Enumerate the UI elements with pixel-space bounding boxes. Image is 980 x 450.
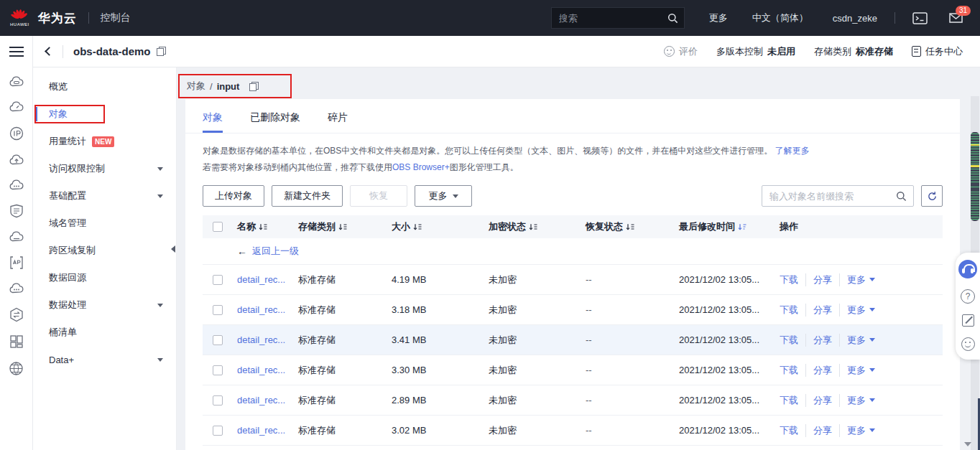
tab-fragments[interactable]: 碎片 <box>328 111 348 133</box>
select-all-checkbox[interactable] <box>213 222 223 232</box>
satisfaction-icon[interactable] <box>961 337 975 351</box>
cloud-server-icon[interactable] <box>9 75 24 88</box>
cloud-upload-icon[interactable] <box>9 154 24 167</box>
cloud-dots-icon[interactable] <box>9 179 24 192</box>
row-checkbox[interactable] <box>213 395 223 406</box>
language-selector[interactable]: 中文（简体） <box>752 11 808 24</box>
help-icon[interactable]: ? <box>961 289 975 304</box>
object-search-input[interactable] <box>762 191 913 202</box>
more-button[interactable]: 更多 <box>415 185 472 207</box>
hamburger-icon[interactable] <box>9 47 24 57</box>
feedback-link[interactable]: 评价 <box>664 45 698 58</box>
sidebar-item-usage-stats[interactable]: 用量统计 NEW <box>33 128 176 155</box>
globe-icon[interactable] <box>9 361 24 376</box>
tab-deleted-objects[interactable]: 已删除对象 <box>250 111 300 133</box>
versioning-status[interactable]: 多版本控制 未启用 <box>716 45 795 58</box>
tab-objects[interactable]: 对象 <box>203 111 223 133</box>
back-icon[interactable] <box>45 47 54 56</box>
global-search-input[interactable] <box>552 13 684 24</box>
share-link[interactable]: 分享 <box>805 364 839 377</box>
back-to-parent-link[interactable]: 返回上一级 <box>252 245 299 258</box>
download-link[interactable]: 下载 <box>780 334 805 347</box>
console-link[interactable]: 控制台 <box>101 11 131 24</box>
sort-icon[interactable] <box>529 223 537 231</box>
task-center-link[interactable]: 任务中心 <box>912 45 963 58</box>
download-link[interactable]: 下载 <box>780 273 805 286</box>
refresh-button[interactable] <box>921 185 943 207</box>
cloud-gauge-icon[interactable] <box>9 100 24 113</box>
scroll-down-icon[interactable] <box>964 442 971 446</box>
obs-browser-link[interactable]: OBS Browser+ <box>392 162 450 172</box>
row-checkbox[interactable] <box>213 335 223 345</box>
sidebar-item-data-processing[interactable]: 数据处理 <box>33 291 176 319</box>
sidebar-item-overview[interactable]: 概览 <box>33 73 176 100</box>
share-link[interactable]: 分享 <box>805 394 839 407</box>
copy-icon[interactable] <box>157 47 166 56</box>
breadcrumb-root[interactable]: 对象 <box>187 80 205 93</box>
row-more-link[interactable]: 更多 <box>839 304 882 317</box>
account-menu[interactable]: csdn_zeke <box>833 13 877 24</box>
download-link[interactable]: 下载 <box>780 364 805 377</box>
row-more-link[interactable]: 更多 <box>839 273 882 286</box>
object-name-link[interactable]: detail_rec... <box>237 365 285 375</box>
row-more-link[interactable]: 更多 <box>839 394 882 407</box>
learn-more-link[interactable]: 了解更多 <box>775 146 810 156</box>
sort-icon[interactable] <box>626 223 634 231</box>
download-link[interactable]: 下载 <box>780 304 805 317</box>
new-folder-button[interactable]: 新建文件夹 <box>272 185 343 207</box>
share-link[interactable]: 分享 <box>805 273 839 286</box>
sidebar-item-domain-mgmt[interactable]: 域名管理 <box>33 210 176 237</box>
row-more-link[interactable]: 更多 <box>839 334 882 347</box>
sort-icon[interactable] <box>259 223 267 231</box>
share-link[interactable]: 分享 <box>805 424 839 437</box>
object-name-link[interactable]: detail_rec... <box>237 334 285 345</box>
sidebar-item-objects[interactable]: 对象 <box>33 100 176 128</box>
back-to-parent-row[interactable]: ← 返回上一级 <box>203 238 943 265</box>
sidebar-item-bucket-inventory[interactable]: 桶清单 <box>33 319 176 346</box>
sidebar-item-access-control[interactable]: 访问权限控制 <box>33 155 176 182</box>
row-checkbox[interactable] <box>213 305 223 315</box>
object-name-link[interactable]: detail_rec... <box>237 274 285 285</box>
brand-name[interactable]: 华为云 <box>38 10 77 27</box>
sort-icon[interactable] <box>338 223 347 231</box>
row-more-link[interactable]: 更多 <box>839 424 882 437</box>
search-icon[interactable] <box>896 191 907 202</box>
download-link[interactable]: 下载 <box>780 394 805 407</box>
grid-icon[interactable] <box>9 334 24 349</box>
row-checkbox[interactable] <box>213 275 223 285</box>
ip-icon[interactable] <box>9 126 24 141</box>
support-headset-icon[interactable] <box>958 260 977 278</box>
sidebar-item-basic-config[interactable]: 基础配置 <box>33 182 176 210</box>
sort-icon-active[interactable] <box>738 223 746 231</box>
cli-icon[interactable] <box>912 12 928 24</box>
row-checkbox[interactable] <box>213 365 223 375</box>
scrollbar-thumb[interactable] <box>971 132 979 221</box>
search-icon[interactable] <box>667 13 678 24</box>
sidebar-collapse-button[interactable] <box>169 238 177 260</box>
hexagon-swap-icon[interactable] <box>9 307 24 322</box>
object-name-link[interactable]: detail_rec... <box>237 425 285 436</box>
sidebar-item-back-to-source[interactable]: 数据回源 <box>33 264 176 291</box>
feedback-form-icon[interactable] <box>962 314 974 327</box>
shield-list-icon[interactable] <box>9 204 24 218</box>
object-name-link[interactable]: detail_rec... <box>237 395 285 406</box>
sort-icon[interactable] <box>413 223 422 231</box>
storage-class-status[interactable]: 存储类别 标准存储 <box>814 45 893 58</box>
restore-button[interactable]: 恢复 <box>350 185 407 207</box>
copy-icon[interactable] <box>249 82 259 91</box>
share-link[interactable]: 分享 <box>805 334 839 347</box>
sidebar-item-cross-region[interactable]: 跨区域复制 <box>33 237 176 264</box>
share-link[interactable]: 分享 <box>805 304 839 317</box>
cloud-icon[interactable] <box>9 230 24 243</box>
cloud-dots-icon-2[interactable] <box>9 282 24 295</box>
sidebar-item-dataplus[interactable]: Data+ <box>33 346 176 373</box>
more-menu[interactable]: 更多 <box>709 11 728 24</box>
row-checkbox[interactable] <box>213 426 223 436</box>
row-more-link[interactable]: 更多 <box>839 364 882 377</box>
api-icon[interactable] <box>9 256 24 270</box>
mail-icon[interactable]: 31 <box>949 13 963 23</box>
huawei-logo[interactable]: HUAWEI <box>10 9 29 27</box>
download-link[interactable]: 下载 <box>780 424 805 437</box>
object-name-link[interactable]: detail_rec... <box>237 304 285 315</box>
upload-object-button[interactable]: 上传对象 <box>203 185 264 207</box>
